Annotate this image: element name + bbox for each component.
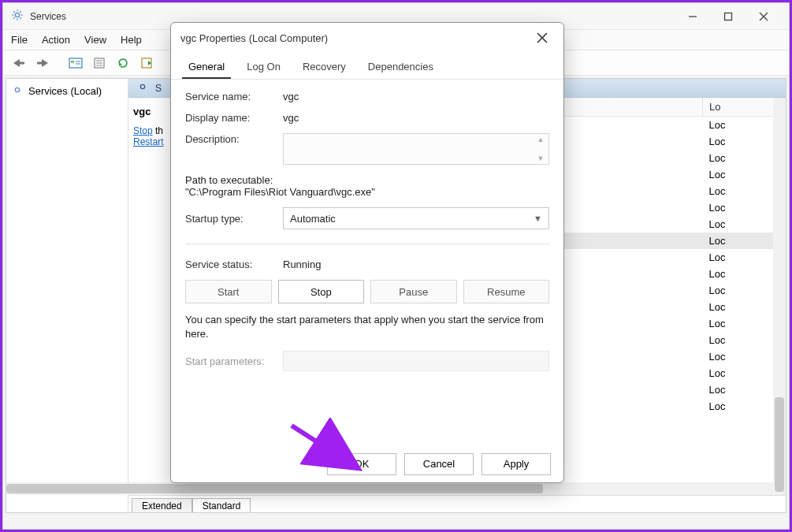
startup-type-select[interactable]: Automatic ▼ (283, 207, 549, 229)
properties-dialog: vgc Properties (Local Computer) General … (170, 22, 564, 483)
value-display-name: vgc (283, 112, 549, 124)
stop-service-link[interactable]: Stop (133, 125, 153, 136)
svg-rect-14 (20, 61, 24, 64)
maximize-button[interactable] (710, 6, 746, 28)
svg-line-8 (20, 11, 20, 12)
label-display-name: Display name: (185, 112, 273, 124)
back-button[interactable] (9, 54, 28, 73)
menu-view[interactable]: View (84, 34, 106, 46)
svg-point-29 (140, 84, 144, 88)
start-button: Start (185, 280, 272, 303)
svg-point-28 (15, 87, 19, 91)
svg-line-5 (13, 11, 14, 12)
startup-type-value: Automatic (290, 213, 336, 225)
dialog-tab-general[interactable]: General (182, 56, 231, 79)
list-header-title: S (155, 83, 162, 94)
horizontal-scrollbar[interactable] (128, 482, 773, 495)
svg-point-0 (15, 13, 19, 17)
dialog-title: vgc Properties (Local Computer) (180, 32, 328, 44)
toolbar-export-icon[interactable] (90, 54, 109, 73)
dialog-tab-logon[interactable]: Log On (240, 56, 287, 79)
scroll-down-icon[interactable]: ▼ (537, 154, 545, 162)
cancel-button[interactable]: Cancel (404, 453, 474, 475)
label-service-name: Service name: (185, 91, 273, 102)
services-app-icon (11, 9, 24, 24)
dialog-tab-dependencies[interactable]: Dependencies (362, 56, 440, 79)
value-service-status: Running (283, 259, 549, 270)
menu-help[interactable]: Help (121, 34, 142, 46)
value-path: "C:\Program Files\Riot Vanguard\vgc.exe" (185, 186, 549, 198)
tab-standard[interactable]: Standard (192, 498, 251, 512)
ok-button[interactable]: OK (327, 453, 396, 475)
description-textbox[interactable]: ▲▼ (283, 133, 549, 165)
dialog-tab-recovery[interactable]: Recovery (296, 56, 352, 79)
selected-service-name: vgc (133, 106, 166, 117)
label-start-params: Start parameters: (185, 355, 273, 367)
close-button[interactable] (746, 6, 781, 28)
tab-extended[interactable]: Extended (132, 498, 192, 512)
svg-rect-16 (37, 61, 42, 64)
svg-marker-25 (119, 62, 122, 66)
svg-marker-27 (148, 61, 151, 65)
start-params-note: You can specify the start parameters tha… (185, 313, 549, 341)
toolbar-properties-icon[interactable] (66, 54, 85, 73)
gear-icon (11, 84, 24, 99)
svg-rect-10 (724, 13, 731, 20)
vertical-scrollbar[interactable] (773, 98, 786, 495)
value-service-name: vgc (283, 91, 549, 102)
scroll-up-icon[interactable]: ▲ (537, 136, 545, 143)
svg-marker-15 (42, 59, 48, 67)
chevron-down-icon: ▼ (534, 214, 542, 223)
stop-button[interactable]: Stop (278, 280, 365, 303)
tree-item-label: Services (Local) (28, 85, 102, 97)
start-params-input (283, 351, 549, 371)
forward-button[interactable] (33, 54, 52, 73)
label-service-status: Service status: (185, 259, 273, 270)
toolbar-refresh-icon[interactable] (113, 54, 132, 73)
apply-button[interactable]: Apply (482, 453, 551, 475)
tree-services-local[interactable]: Services (Local) (11, 82, 123, 100)
gear-icon (136, 80, 149, 95)
toolbar-help-icon[interactable] (137, 54, 156, 73)
svg-line-6 (20, 17, 20, 18)
svg-rect-18 (71, 61, 74, 63)
pause-button: Pause (370, 280, 457, 303)
resume-button: Resume (463, 280, 550, 303)
menu-file[interactable]: File (11, 34, 28, 46)
restart-service-link[interactable]: Restart (133, 136, 164, 147)
dialog-close-button[interactable] (530, 26, 554, 50)
menu-action[interactable]: Action (42, 34, 70, 46)
label-startup-type: Startup type: (185, 213, 273, 225)
minimize-button[interactable] (675, 6, 710, 28)
label-path: Path to executable: (185, 174, 549, 186)
svg-line-7 (13, 17, 14, 18)
label-description: Description: (185, 133, 273, 145)
window-title: Services (30, 11, 66, 22)
svg-marker-13 (13, 59, 20, 67)
